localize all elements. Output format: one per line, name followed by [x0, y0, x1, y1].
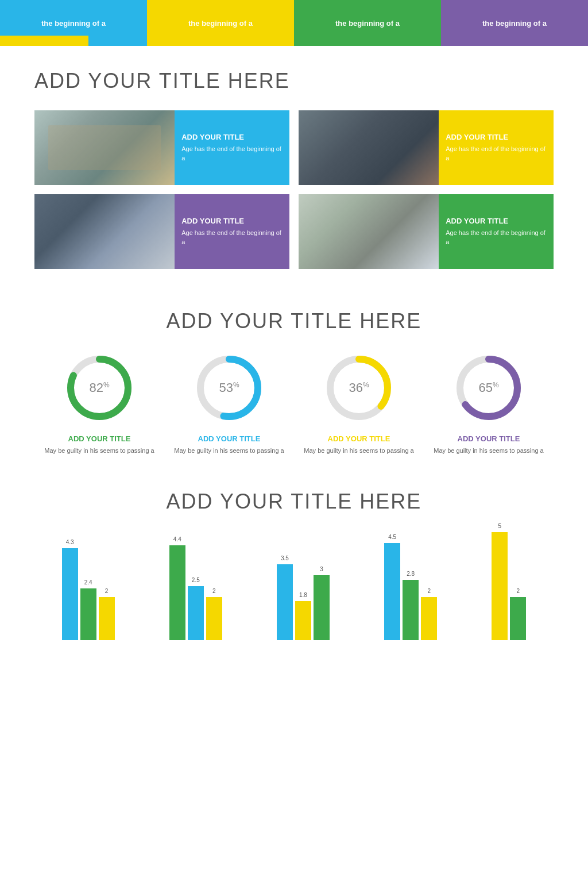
- section3-title: ADD YOUR TITLE HERE: [34, 490, 554, 514]
- banner-text-0: the beginning of a: [41, 19, 106, 28]
- donut-text-1: 53%: [219, 380, 239, 395]
- chart-label-desc-2: May be guilty in his seems to passing a: [304, 446, 413, 455]
- chart-item-2: 36% ADD YOUR TITLEMay be guilty in his s…: [302, 351, 416, 455]
- card-title-3: ADD YOUR TITLE: [446, 217, 547, 225]
- bar-value-3-2: 2: [427, 588, 431, 594]
- bar-2-2: 3: [314, 575, 330, 640]
- chart-item-1: 53% ADD YOUR TITLEMay be guilty in his s…: [172, 351, 287, 455]
- chart-label-desc-3: May be guilty in his seems to passing a: [434, 446, 543, 455]
- donut-text-2: 36%: [349, 380, 369, 395]
- bar-value-4-0: 5: [498, 523, 502, 529]
- chart-label-title-0: ADD YOUR TITLE: [68, 434, 131, 443]
- bar-3-2: 2: [421, 597, 437, 640]
- bar-3-1: 2.8: [403, 580, 419, 640]
- card-title-1: ADD YOUR TITLE: [446, 133, 547, 141]
- bar-fill-2-0: 3.5: [277, 564, 293, 640]
- card-desc-3: Age has the end of the beginning of a: [446, 229, 547, 247]
- top-banner: the beginning of athe beginning of athe …: [0, 0, 588, 46]
- bar-fill-0-1: 2.4: [80, 588, 96, 640]
- bar-fill-0-2: 2: [99, 597, 115, 640]
- bar-value-2-0: 3.5: [281, 555, 289, 561]
- chart-label-desc-0: May be guilty in his seems to passing a: [44, 446, 154, 455]
- bar-value-1-0: 4.4: [173, 536, 181, 542]
- bar-1-2: 2: [206, 597, 222, 640]
- bar-fill-3-1: 2.8: [403, 580, 419, 640]
- card-desc-0: Age has the end of the beginning of a: [181, 145, 283, 163]
- card-title-0: ADD YOUR TITLE: [181, 133, 283, 141]
- bar-value-3-0: 4.5: [388, 534, 396, 540]
- section-1: ADD YOUR TITLE HERE ADD YOUR TITLEAge ha…: [0, 46, 588, 298]
- banner-item-1: the beginning of a: [147, 0, 294, 46]
- card-2: ADD YOUR TITLEAge has the end of the beg…: [34, 194, 289, 269]
- bar-fill-3-0: 4.5: [384, 543, 400, 640]
- card-desc-2: Age has the end of the beginning of a: [181, 229, 283, 247]
- bar-value-0-1: 2.4: [84, 579, 92, 586]
- card-3: ADD YOUR TITLEAge has the end of the beg…: [299, 194, 554, 269]
- banner-text-3: the beginning of a: [482, 19, 547, 28]
- chart-label-title-2: ADD YOUR TITLE: [328, 434, 390, 443]
- chart-label-title-1: ADD YOUR TITLE: [198, 434, 261, 443]
- bar-value-4-1: 2: [517, 588, 520, 594]
- chart-item-3: 65% ADD YOUR TITLEMay be guilty in his s…: [432, 351, 546, 455]
- banner-text-1: the beginning of a: [188, 19, 253, 28]
- donut-container-2: 36%: [322, 351, 396, 425]
- donut-container-1: 53%: [192, 351, 266, 425]
- bar-fill-4-1: 2: [510, 597, 526, 640]
- bar-2-0: 3.5: [277, 564, 293, 640]
- card-1: ADD YOUR TITLEAge has the end of the beg…: [299, 110, 554, 185]
- banner-item-2: the beginning of a: [294, 0, 441, 46]
- card-textbox-0: ADD YOUR TITLEAge has the end of the beg…: [175, 110, 289, 185]
- bar-fill-1-1: 2.5: [188, 586, 204, 640]
- charts-grid: 82% ADD YOUR TITLEMay be guilty in his s…: [34, 351, 554, 455]
- bar-4-0: 5: [492, 532, 508, 640]
- bar-1-0: 4.4: [169, 545, 185, 640]
- card-textbox-2: ADD YOUR TITLEAge has the end of the beg…: [175, 194, 289, 269]
- bar-fill-1-0: 4.4: [169, 545, 185, 640]
- bar-value-2-2: 3: [320, 566, 323, 572]
- bar-0-0: 4.3: [62, 548, 78, 640]
- bar-0-1: 2.4: [80, 588, 96, 640]
- bar-4-1: 2: [510, 597, 526, 640]
- bar-value-2-1: 1.8: [299, 592, 307, 598]
- bar-group-4: 52: [492, 532, 526, 640]
- section-3: ADD YOUR TITLE HERE 4.32.424.42.523.51.8…: [0, 478, 588, 669]
- bar-fill-2-1: 1.8: [295, 601, 311, 640]
- donut-text-0: 82%: [89, 380, 109, 395]
- card-desc-1: Age has the end of the beginning of a: [446, 145, 547, 163]
- bar-group-1: 4.42.52: [169, 545, 222, 640]
- bar-group-0: 4.32.42: [62, 548, 115, 640]
- banner-bottom-0: [0, 36, 88, 46]
- card-textbox-3: ADD YOUR TITLEAge has the end of the beg…: [439, 194, 554, 269]
- bar-group-2: 3.51.83: [277, 564, 330, 640]
- cards-grid: ADD YOUR TITLEAge has the end of the beg…: [34, 110, 554, 269]
- bar-value-1-2: 2: [212, 588, 216, 594]
- bar-fill-4-0: 5: [492, 532, 508, 640]
- chart-label-desc-1: May be guilty in his seems to passing a: [174, 446, 284, 455]
- bar-fill-0-0: 4.3: [62, 548, 78, 640]
- bar-fill-2-2: 3: [314, 575, 330, 640]
- bar-2-1: 1.8: [295, 601, 311, 640]
- bar-0-2: 2: [99, 597, 115, 640]
- card-image-0: [34, 110, 175, 185]
- section-2: ADD YOUR TITLE HERE 82% ADD YOUR TITLEMa…: [0, 298, 588, 478]
- card-0: ADD YOUR TITLEAge has the end of the beg…: [34, 110, 289, 185]
- bar-value-0-2: 2: [105, 588, 109, 594]
- bar-value-1-1: 2.5: [192, 577, 200, 583]
- section2-title: ADD YOUR TITLE HERE: [34, 309, 554, 333]
- card-image-1: [299, 110, 439, 185]
- donut-container-0: 82%: [62, 351, 137, 425]
- bar-value-3-1: 2.8: [407, 571, 415, 577]
- bar-fill-1-2: 2: [206, 597, 222, 640]
- bar-value-0-0: 4.3: [66, 539, 74, 545]
- chart-label-title-3: ADD YOUR TITLE: [458, 434, 520, 443]
- banner-item-0: the beginning of a: [0, 0, 147, 46]
- bar-chart: 4.32.424.42.523.51.834.52.8252: [34, 531, 554, 646]
- section1-title: ADD YOUR TITLE HERE: [34, 69, 554, 93]
- bar-group-3: 4.52.82: [384, 543, 437, 640]
- card-textbox-1: ADD YOUR TITLEAge has the end of the beg…: [439, 110, 554, 185]
- chart-item-0: 82% ADD YOUR TITLEMay be guilty in his s…: [42, 351, 157, 455]
- banner-item-3: the beginning of a: [441, 0, 588, 46]
- donut-text-3: 65%: [478, 380, 498, 395]
- bar-fill-3-2: 2: [421, 597, 437, 640]
- banner-text-2: the beginning of a: [335, 19, 400, 28]
